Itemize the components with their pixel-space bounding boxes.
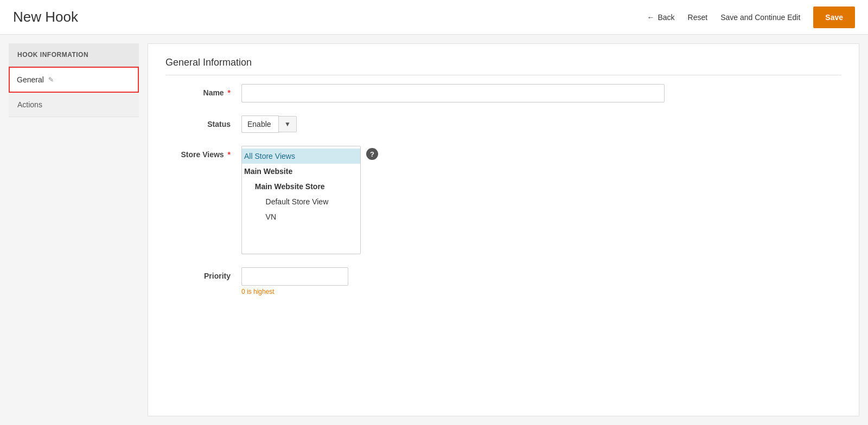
sidebar: HOOK INFORMATION General ✎ Actions: [9, 43, 139, 416]
store-views-required-star: *: [228, 150, 231, 159]
page-content: HOOK INFORMATION General ✎ Actions Gener…: [0, 35, 868, 425]
header-actions: ← Back Reset Save and Continue Edit Save: [647, 7, 855, 28]
name-input[interactable]: [241, 84, 665, 102]
status-field-row: Status Enable Disable ▼: [165, 115, 841, 133]
store-views-help-icon[interactable]: ?: [366, 148, 378, 160]
name-required-star: *: [228, 88, 231, 97]
store-views-select[interactable]: All Store Views Main Website Main Websit…: [241, 146, 361, 254]
edit-icon: ✎: [48, 76, 54, 83]
status-dropdown-arrow[interactable]: ▼: [279, 116, 297, 132]
name-field-row: Name *: [165, 84, 841, 102]
priority-label: Priority: [165, 267, 241, 280]
sidebar-item-general[interactable]: General ✎: [9, 67, 139, 93]
store-views-field-row: Store Views * All Store Views Main Websi…: [165, 146, 841, 254]
back-button[interactable]: ← Back: [647, 13, 674, 22]
section-title: General Information: [165, 57, 841, 75]
status-label: Status: [165, 115, 241, 128]
sidebar-section-header: HOOK INFORMATION: [9, 43, 139, 67]
status-select[interactable]: Enable Disable: [241, 115, 279, 133]
sidebar-item-actions-label: Actions: [17, 100, 42, 109]
store-views-label: Store Views *: [165, 146, 241, 159]
back-arrow-icon: ←: [647, 13, 654, 22]
priority-input[interactable]: [241, 267, 348, 286]
sidebar-item-general-label: General: [17, 75, 44, 84]
main-panel: General Information Name * Status Enable…: [148, 43, 859, 416]
page-header: New Hook ← Back Reset Save and Continue …: [0, 0, 868, 35]
priority-hint: 0 is highest: [241, 288, 348, 295]
page-title: New Hook: [13, 9, 78, 25]
save-continue-button[interactable]: Save and Continue Edit: [720, 13, 800, 22]
sidebar-body: General ✎ Actions: [9, 67, 139, 117]
save-button[interactable]: Save: [813, 7, 855, 28]
sidebar-item-actions[interactable]: Actions: [9, 93, 139, 117]
priority-input-col: 0 is highest: [241, 267, 348, 295]
store-views-wrapper: All Store Views Main Website Main Websit…: [241, 146, 378, 254]
priority-field-row: Priority 0 is highest: [165, 267, 841, 295]
reset-button[interactable]: Reset: [688, 13, 708, 22]
status-select-wrapper: Enable Disable ▼: [241, 115, 297, 133]
name-label: Name *: [165, 84, 241, 97]
